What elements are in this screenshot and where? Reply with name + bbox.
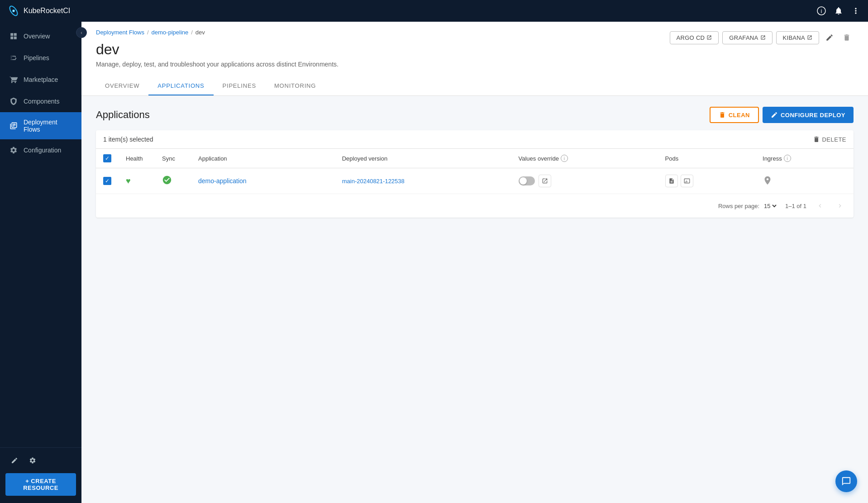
table-toolbar: 1 item(s) selected DELETE — [96, 130, 854, 149]
kibana-ext-icon — [807, 35, 812, 40]
td-health: ♥ — [119, 168, 155, 194]
row-checkbox[interactable]: ✓ — [103, 177, 111, 185]
sidebar-bottom — [0, 447, 81, 473]
ingress-info-icon[interactable]: i — [784, 155, 791, 162]
pod-logs-icon — [668, 178, 675, 184]
breadcrumb-sep-2: / — [191, 29, 193, 36]
header-left: Deployment Flows / demo-pipeline / dev d… — [96, 29, 339, 75]
chat-fab-button[interactable] — [835, 470, 857, 492]
sidebar-item-label-deployment-flows: Deployment Flows — [24, 119, 72, 133]
prev-page-button[interactable] — [814, 199, 826, 212]
kibana-button[interactable]: KIBANA — [776, 31, 819, 44]
td-deployed-version: main-20240821-122538 — [335, 168, 511, 194]
pod-terminal-button[interactable] — [681, 175, 693, 187]
rows-per-page-label: Rows per page: — [718, 203, 759, 209]
breadcrumb-deployment-flows[interactable]: Deployment Flows — [96, 29, 144, 36]
th-sync-label: Sync — [162, 155, 175, 162]
values-override-ext-link[interactable] — [539, 175, 551, 187]
application-link[interactable]: demo-application — [198, 177, 247, 185]
sidebar-item-pipelines[interactable]: Pipelines — [0, 47, 81, 69]
th-sync: Sync — [155, 149, 191, 168]
edit-button[interactable] — [823, 31, 836, 44]
section-header: Applications CLEAN CONFIGURE DEPLOY — [96, 107, 854, 123]
td-ingress — [755, 168, 854, 194]
th-pods-label: Pods — [665, 155, 679, 162]
ingress-icon — [763, 176, 773, 185]
applications-table-container: 1 item(s) selected DELETE ✓ — [96, 130, 854, 218]
grafana-label: GRAFANA — [729, 34, 758, 41]
applications-table: ✓ Health Sync Application — [96, 149, 854, 194]
sidebar-item-components[interactable]: Components — [0, 90, 81, 112]
td-values-override — [511, 168, 658, 194]
breadcrumb-current: dev — [196, 29, 205, 36]
rows-per-page: Rows per page: 15 25 50 — [718, 202, 778, 210]
tab-pipelines[interactable]: PIPELINES — [214, 77, 265, 95]
tab-applications[interactable]: APPLICATIONS — [148, 77, 213, 95]
content-area: Deployment Flows / demo-pipeline / dev d… — [81, 22, 868, 503]
th-values-override: Values override i — [511, 149, 658, 168]
configure-deploy-button[interactable]: CONFIGURE DEPLOY — [763, 107, 854, 123]
sidebar: ‹ Overview Pipelines Marketplace — [0, 22, 81, 503]
delete-selected-button[interactable]: DELETE — [813, 136, 846, 143]
sidebar-item-overview[interactable]: Overview — [0, 25, 81, 47]
argo-cd-button[interactable]: ARGO CD — [670, 31, 719, 44]
td-sync — [155, 168, 191, 194]
next-page-button[interactable] — [834, 199, 846, 212]
values-override-toggle[interactable] — [519, 176, 535, 185]
sidebar-item-marketplace[interactable]: Marketplace — [0, 69, 81, 90]
breadcrumb-demo-pipeline[interactable]: demo-pipeline — [152, 29, 189, 36]
deployed-version-link[interactable]: main-20240821-122538 — [342, 178, 405, 185]
pod-terminal-icon — [684, 178, 690, 184]
page-range: 1–1 of 1 — [785, 203, 806, 209]
open-in-new-icon — [542, 178, 548, 184]
clean-button[interactable]: CLEAN — [710, 107, 759, 123]
notifications-icon[interactable] — [834, 6, 844, 16]
page-title: dev — [96, 41, 339, 58]
th-health: Health — [119, 149, 155, 168]
grafana-ext-icon — [760, 35, 766, 40]
tab-monitoring[interactable]: MONITORING — [265, 77, 325, 95]
chat-icon — [841, 476, 851, 486]
select-all-checkbox[interactable]: ✓ — [103, 154, 111, 162]
overview-icon — [9, 32, 18, 41]
page-subtitle: Manage, deploy, test, and troubleshoot y… — [96, 61, 339, 68]
svg-point-2 — [13, 10, 14, 12]
toggle-knob — [520, 177, 527, 185]
sidebar-nav: Overview Pipelines Marketplace Component… — [0, 22, 81, 447]
th-application: Application — [191, 149, 335, 168]
pod-logs-button[interactable] — [665, 175, 678, 187]
main-layout: ‹ Overview Pipelines Marketplace — [0, 22, 868, 503]
delete-icon — [813, 136, 820, 143]
edit-settings-icon[interactable] — [7, 453, 22, 468]
app-logo[interactable]: KubeRocketCI — [7, 5, 70, 17]
clean-icon — [719, 111, 726, 119]
help-icon[interactable]: i — [816, 6, 826, 16]
tabs: OVERVIEW APPLICATIONS PIPELINES MONITORI… — [96, 77, 854, 95]
grafana-button[interactable]: GRAFANA — [722, 31, 772, 44]
sidebar-collapse-button[interactable]: ‹ — [76, 27, 87, 38]
kibana-label: KIBANA — [783, 34, 805, 41]
sidebar-item-label-components: Components — [24, 98, 59, 105]
tab-overview[interactable]: OVERVIEW — [96, 77, 148, 95]
selected-count: 1 item(s) selected — [103, 136, 153, 143]
settings-icon[interactable] — [25, 453, 40, 468]
values-override-info-icon[interactable]: i — [561, 155, 568, 162]
prev-page-icon — [816, 202, 824, 209]
sidebar-item-configuration[interactable]: Configuration — [0, 139, 81, 161]
td-checkbox: ✓ — [96, 168, 119, 194]
next-page-icon — [836, 202, 844, 209]
more-menu-icon[interactable] — [851, 6, 861, 16]
th-ingress-label: Ingress — [763, 155, 782, 162]
rows-per-page-select[interactable]: 15 25 50 — [762, 202, 778, 210]
th-ingress: Ingress i — [755, 149, 854, 168]
section-actions: CLEAN CONFIGURE DEPLOY — [710, 107, 854, 123]
clean-label: CLEAN — [729, 112, 750, 119]
delete-page-button[interactable] — [840, 31, 854, 44]
header-actions: ARGO CD GRAFANA KIBANA — [670, 29, 854, 44]
topbar-icons: i — [816, 6, 861, 16]
th-select-all: ✓ — [96, 149, 119, 168]
create-resource-button[interactable]: + CREATE RESOURCE — [5, 473, 76, 496]
th-health-label: Health — [126, 155, 143, 162]
sidebar-item-label-marketplace: Marketplace — [24, 76, 58, 83]
sidebar-item-deployment-flows[interactable]: Deployment Flows — [0, 112, 81, 139]
